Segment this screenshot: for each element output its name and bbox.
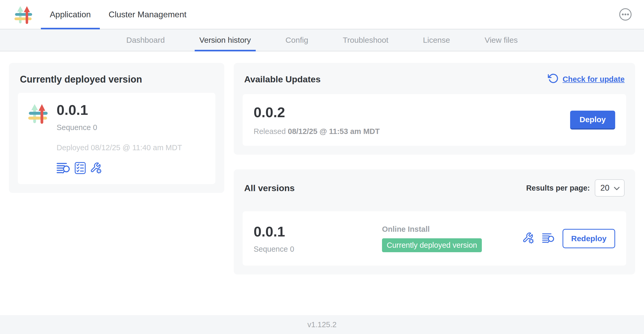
available-updates-title: Available Updates [244,74,321,84]
version-row-status: Online Install Currently deployed versio… [382,225,482,252]
update-version-number: 0.0.2 [254,104,380,120]
deploy-button[interactable]: Deploy [570,111,615,130]
row-version-number: 0.0.1 [254,223,382,240]
console-version: v1.125.2 [307,320,336,329]
update-details: 0.0.2 Released08/12/25 @ 11:53 am MDT [254,104,380,136]
released-date: 08/12/25 @ 11:53 am MDT [288,127,380,136]
deployed-version-actions [57,162,182,174]
currently-deployed-badge: Currently deployed version [382,238,482,252]
available-updates-card: Available Updates Check for update [234,63,635,155]
main-content: Currently deployed version 0.0.1 Sequenc… [0,51,644,315]
currently-deployed-version-panel: 0.0.1 Sequence 0 Deployed 08/12/25 @ 11:… [18,93,215,184]
config-wrench-icon[interactable] [90,162,102,174]
app-logo-icon [13,0,34,29]
logs-icon[interactable] [57,162,70,174]
tab-cluster-management[interactable]: Cluster Management [100,0,195,29]
all-versions-header: All versions Results per page: 20 [243,178,626,197]
app-subnav: Dashboard Version history Config Trouble… [0,29,644,51]
ellipsis-icon [619,17,632,22]
version-row-actions: Redeploy [522,229,615,248]
all-versions-title: All versions [244,183,295,193]
available-updates-header: Available Updates Check for update [243,72,626,86]
row-sequence: Sequence 0 [254,245,382,254]
subnav-tab-dashboard[interactable]: Dashboard [122,29,170,51]
header-tabs: Application Cluster Management [41,0,195,29]
deployed-version-number: 0.0.1 [57,102,182,118]
results-per-page-label: Results per page: [526,184,590,192]
check-for-update-label: Check for update [563,75,625,84]
config-wrench-icon[interactable] [522,232,534,245]
subnav-tab-version-history-label: Version history [199,36,251,45]
version-row-version: 0.0.1 Sequence 0 [254,223,382,254]
admin-console: Application Cluster Management Dashboard… [0,0,644,334]
refresh-icon [548,73,559,86]
subnav-tab-dashboard-label: Dashboard [126,36,165,45]
logs-icon[interactable] [542,233,555,245]
app-logo-icon [27,102,50,125]
subnav-tab-version-history[interactable]: Version history [195,29,256,51]
results-per-page-select[interactable]: 20 [595,179,625,197]
subnav-tab-license[interactable]: License [418,29,455,51]
update-released-line: Released08/12/25 @ 11:53 am MDT [254,127,380,136]
subnav-tab-view-files-label: View files [485,36,518,45]
install-type-label: Online Install [382,225,482,234]
tab-application-label: Application [50,10,91,19]
redeploy-button[interactable]: Redeploy [563,229,615,248]
check-for-update-link[interactable]: Check for update [548,73,625,86]
all-versions-card: All versions Results per page: 20 0.0. [234,169,635,274]
version-row: 0.0.1 Sequence 0 Online Install Currentl… [243,211,626,266]
deployed-timestamp: Deployed 08/12/25 @ 11:40 am MDT [57,143,182,152]
released-label: Released [254,127,286,136]
subnav-tab-troubleshoot-label: Troubleshoot [343,36,388,45]
app-footer: v1.125.2 [0,315,644,334]
tab-application[interactable]: Application [41,0,100,29]
deployed-sequence: Sequence 0 [57,123,182,132]
deployed-version-details: 0.0.1 Sequence 0 Deployed 08/12/25 @ 11:… [57,102,182,174]
right-column: Available Updates Check for update [234,63,635,274]
currently-deployed-card: Currently deployed version 0.0.1 Sequenc… [9,63,224,193]
available-update-row: 0.0.2 Released08/12/25 @ 11:53 am MDT De… [243,94,626,146]
preflight-checklist-icon[interactable] [75,162,86,174]
results-per-page: Results per page: 20 [526,179,625,197]
tab-cluster-management-label: Cluster Management [109,10,187,19]
results-per-page-value: 20 [601,183,609,193]
overflow-menu-button[interactable] [619,8,632,21]
subnav-tab-view-files[interactable]: View files [480,29,522,51]
app-header: Application Cluster Management [0,0,644,29]
currently-deployed-title: Currently deployed version [20,74,215,85]
subnav-tab-config[interactable]: Config [281,29,313,51]
subnav-tab-license-label: License [423,36,450,45]
subnav-tab-troubleshoot[interactable]: Troubleshoot [338,29,393,51]
subnav-tab-config-label: Config [286,36,308,45]
chevron-down-icon [614,183,620,193]
